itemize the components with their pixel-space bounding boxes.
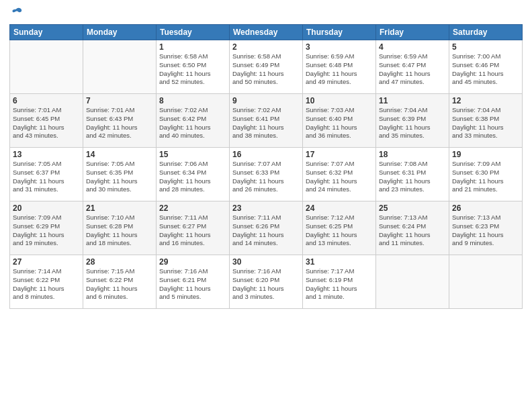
- day-info: Sunrise: 7:12 AM Sunset: 6:25 PM Dayligh…: [306, 214, 373, 248]
- calendar-cell: 25Sunrise: 7:13 AM Sunset: 6:24 PM Dayli…: [376, 201, 449, 255]
- calendar-cell: 19Sunrise: 7:09 AM Sunset: 6:30 PM Dayli…: [449, 148, 523, 201]
- day-number: 2: [232, 42, 300, 52]
- calendar-cell: 27Sunrise: 7:14 AM Sunset: 6:22 PM Dayli…: [10, 255, 83, 309]
- calendar-header-sunday: Sunday: [10, 25, 83, 40]
- calendar-cell: 17Sunrise: 7:07 AM Sunset: 6:32 PM Dayli…: [303, 148, 376, 201]
- calendar-cell: [376, 255, 449, 309]
- day-info: Sunrise: 6:59 AM Sunset: 6:48 PM Dayligh…: [306, 52, 373, 87]
- calendar-cell: 20Sunrise: 7:09 AM Sunset: 6:29 PM Dayli…: [10, 201, 83, 255]
- calendar-header-wednesday: Wednesday: [230, 25, 303, 40]
- calendar-cell: 24Sunrise: 7:12 AM Sunset: 6:25 PM Dayli…: [303, 201, 376, 255]
- day-number: 21: [86, 203, 153, 213]
- calendar-cell: 8Sunrise: 7:02 AM Sunset: 6:42 PM Daylig…: [157, 94, 230, 148]
- calendar-cell: 15Sunrise: 7:06 AM Sunset: 6:34 PM Dayli…: [157, 148, 230, 201]
- page: SundayMondayTuesdayWednesdayThursdayFrid…: [0, 0, 532, 411]
- calendar-cell: [83, 40, 157, 94]
- calendar-cell: 29Sunrise: 7:16 AM Sunset: 6:21 PM Dayli…: [157, 255, 230, 309]
- calendar-cell: 14Sunrise: 7:05 AM Sunset: 6:35 PM Dayli…: [83, 148, 157, 201]
- day-number: 10: [306, 96, 373, 105]
- calendar-cell: 16Sunrise: 7:07 AM Sunset: 6:33 PM Dayli…: [230, 148, 303, 201]
- header: [9, 7, 523, 19]
- day-info: Sunrise: 7:14 AM Sunset: 6:22 PM Dayligh…: [13, 267, 80, 302]
- calendar-week-3: 13Sunrise: 7:05 AM Sunset: 6:37 PM Dayli…: [10, 148, 523, 201]
- day-info: Sunrise: 7:04 AM Sunset: 6:39 PM Dayligh…: [379, 106, 446, 140]
- calendar-table: SundayMondayTuesdayWednesdayThursdayFrid…: [9, 24, 523, 309]
- day-number: 1: [159, 42, 226, 52]
- calendar-header-tuesday: Tuesday: [157, 25, 230, 40]
- calendar-cell: 31Sunrise: 7:17 AM Sunset: 6:19 PM Dayli…: [303, 255, 376, 309]
- day-number: 12: [452, 96, 519, 105]
- day-number: 4: [379, 42, 446, 52]
- day-number: 20: [13, 203, 80, 213]
- day-number: 19: [452, 150, 519, 159]
- logo-text: [9, 7, 23, 19]
- calendar-cell: 2Sunrise: 6:58 AM Sunset: 6:49 PM Daylig…: [230, 40, 303, 94]
- logo: [9, 7, 23, 19]
- calendar-week-2: 6Sunrise: 7:01 AM Sunset: 6:45 PM Daylig…: [10, 94, 523, 148]
- day-number: 17: [306, 150, 373, 159]
- calendar-cell: 11Sunrise: 7:04 AM Sunset: 6:39 PM Dayli…: [376, 94, 449, 148]
- logo-bird-icon: [11, 7, 23, 19]
- day-info: Sunrise: 7:03 AM Sunset: 6:40 PM Dayligh…: [306, 106, 373, 140]
- calendar-cell: 22Sunrise: 7:11 AM Sunset: 6:27 PM Dayli…: [157, 201, 230, 255]
- day-number: 31: [306, 257, 373, 267]
- calendar-cell: 12Sunrise: 7:04 AM Sunset: 6:38 PM Dayli…: [449, 94, 523, 148]
- day-number: 18: [379, 150, 446, 159]
- day-info: Sunrise: 7:00 AM Sunset: 6:46 PM Dayligh…: [452, 52, 519, 87]
- day-info: Sunrise: 7:13 AM Sunset: 6:24 PM Dayligh…: [379, 214, 446, 248]
- calendar-header-friday: Friday: [376, 25, 449, 40]
- calendar-cell: 9Sunrise: 7:02 AM Sunset: 6:41 PM Daylig…: [230, 94, 303, 148]
- day-info: Sunrise: 7:08 AM Sunset: 6:31 PM Dayligh…: [379, 160, 446, 194]
- day-info: Sunrise: 7:11 AM Sunset: 6:27 PM Dayligh…: [159, 214, 226, 248]
- day-number: 13: [13, 150, 80, 159]
- day-number: 6: [13, 96, 80, 105]
- day-number: 22: [159, 203, 226, 213]
- day-info: Sunrise: 7:02 AM Sunset: 6:42 PM Dayligh…: [159, 106, 226, 140]
- day-number: 30: [232, 257, 300, 267]
- calendar-cell: 10Sunrise: 7:03 AM Sunset: 6:40 PM Dayli…: [303, 94, 376, 148]
- day-info: Sunrise: 7:07 AM Sunset: 6:32 PM Dayligh…: [306, 160, 373, 194]
- calendar-cell: [10, 40, 83, 94]
- calendar-header-monday: Monday: [83, 25, 157, 40]
- calendar-cell: 4Sunrise: 6:59 AM Sunset: 6:47 PM Daylig…: [376, 40, 449, 94]
- calendar-cell: 6Sunrise: 7:01 AM Sunset: 6:45 PM Daylig…: [10, 94, 83, 148]
- calendar-cell: 1Sunrise: 6:58 AM Sunset: 6:50 PM Daylig…: [157, 40, 230, 94]
- day-number: 24: [306, 203, 373, 213]
- day-number: 15: [159, 150, 226, 159]
- day-info: Sunrise: 6:58 AM Sunset: 6:49 PM Dayligh…: [232, 52, 300, 87]
- calendar-cell: 18Sunrise: 7:08 AM Sunset: 6:31 PM Dayli…: [376, 148, 449, 201]
- day-number: 9: [232, 96, 300, 105]
- calendar-cell: 26Sunrise: 7:13 AM Sunset: 6:23 PM Dayli…: [449, 201, 523, 255]
- calendar-header-row: SundayMondayTuesdayWednesdayThursdayFrid…: [10, 25, 523, 40]
- day-info: Sunrise: 7:05 AM Sunset: 6:35 PM Dayligh…: [86, 160, 153, 194]
- day-info: Sunrise: 6:58 AM Sunset: 6:50 PM Dayligh…: [159, 52, 226, 87]
- calendar-cell: 3Sunrise: 6:59 AM Sunset: 6:48 PM Daylig…: [303, 40, 376, 94]
- day-info: Sunrise: 7:06 AM Sunset: 6:34 PM Dayligh…: [159, 160, 226, 194]
- day-info: Sunrise: 7:11 AM Sunset: 6:26 PM Dayligh…: [232, 214, 300, 248]
- day-info: Sunrise: 7:09 AM Sunset: 6:30 PM Dayligh…: [452, 160, 519, 194]
- calendar-header-saturday: Saturday: [449, 25, 523, 40]
- day-info: Sunrise: 7:04 AM Sunset: 6:38 PM Dayligh…: [452, 106, 519, 140]
- calendar-week-1: 1Sunrise: 6:58 AM Sunset: 6:50 PM Daylig…: [10, 40, 523, 94]
- calendar-cell: 5Sunrise: 7:00 AM Sunset: 6:46 PM Daylig…: [449, 40, 523, 94]
- calendar-cell: 21Sunrise: 7:10 AM Sunset: 6:28 PM Dayli…: [83, 201, 157, 255]
- calendar-week-4: 20Sunrise: 7:09 AM Sunset: 6:29 PM Dayli…: [10, 201, 523, 255]
- day-number: 29: [159, 257, 226, 267]
- day-info: Sunrise: 7:05 AM Sunset: 6:37 PM Dayligh…: [13, 160, 80, 194]
- day-info: Sunrise: 7:13 AM Sunset: 6:23 PM Dayligh…: [452, 214, 519, 248]
- day-number: 8: [159, 96, 226, 105]
- day-info: Sunrise: 7:15 AM Sunset: 6:22 PM Dayligh…: [86, 267, 153, 302]
- day-number: 27: [13, 257, 80, 267]
- calendar-header-thursday: Thursday: [303, 25, 376, 40]
- day-info: Sunrise: 7:10 AM Sunset: 6:28 PM Dayligh…: [86, 214, 153, 248]
- day-info: Sunrise: 7:01 AM Sunset: 6:45 PM Dayligh…: [13, 106, 80, 140]
- day-info: Sunrise: 7:16 AM Sunset: 6:21 PM Dayligh…: [159, 267, 226, 302]
- day-number: 25: [379, 203, 446, 213]
- day-number: 5: [452, 42, 519, 52]
- day-info: Sunrise: 7:16 AM Sunset: 6:20 PM Dayligh…: [232, 267, 300, 302]
- day-number: 28: [86, 257, 153, 267]
- day-info: Sunrise: 7:09 AM Sunset: 6:29 PM Dayligh…: [13, 214, 80, 248]
- day-number: 23: [232, 203, 300, 213]
- day-info: Sunrise: 7:02 AM Sunset: 6:41 PM Dayligh…: [232, 106, 300, 140]
- day-number: 3: [306, 42, 373, 52]
